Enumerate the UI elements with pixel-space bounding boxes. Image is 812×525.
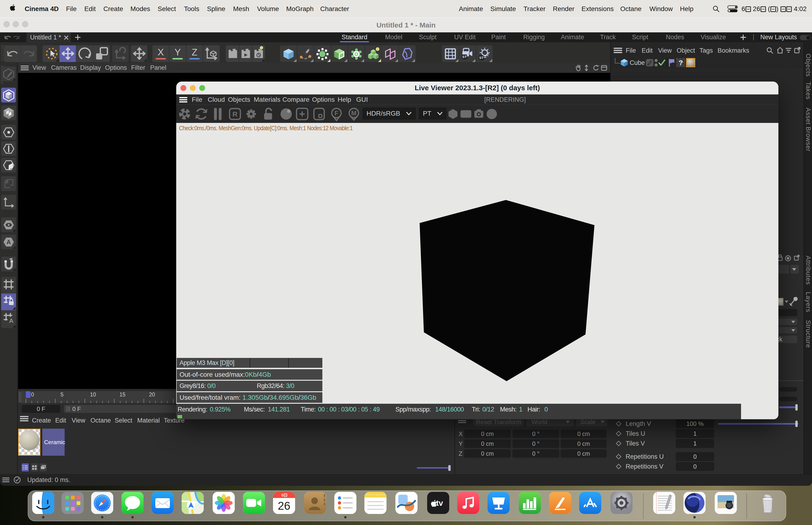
svg-text:A: A <box>6 239 11 245</box>
svg-text:ST: ST <box>462 55 466 59</box>
svg-text:6: 6 <box>281 493 284 497</box>
svg-text:tv: tv <box>436 499 443 507</box>
svg-text:26: 26 <box>278 500 290 512</box>
svg-text:A: A <box>9 317 13 324</box>
svg-text:ST: ST <box>479 56 484 60</box>
